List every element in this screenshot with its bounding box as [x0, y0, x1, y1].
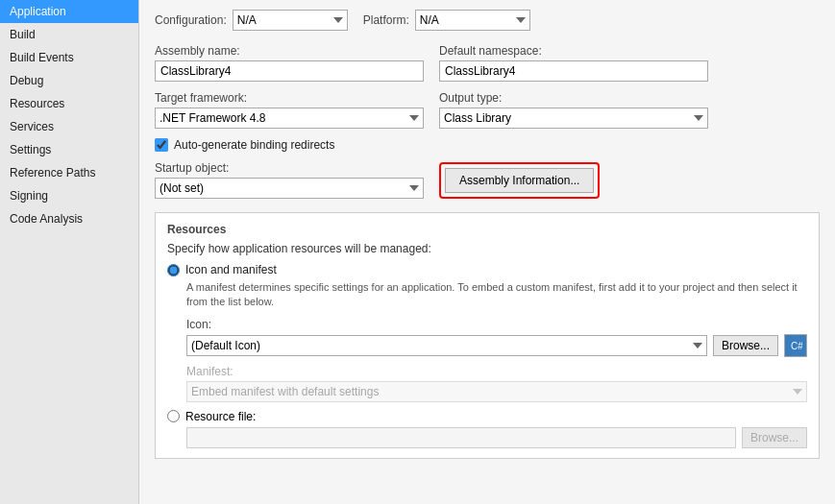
auto-generate-row: Auto-generate binding redirects — [155, 138, 820, 152]
resource-file-radio[interactable] — [167, 410, 180, 422]
sidebar-item-signing[interactable]: Signing — [0, 184, 138, 207]
default-namespace-group: Default namespace: — [439, 44, 708, 82]
platform-group: Platform: N/A — [363, 10, 530, 31]
manifest-label: Manifest: — [186, 365, 807, 378]
icon-select[interactable]: (Default Icon) — [186, 335, 707, 356]
resource-file-browse-button[interactable]: Browse... — [742, 427, 807, 448]
output-type-group: Output type: Class Library Console Appli… — [439, 91, 708, 129]
main-content: Configuration: N/A Platform: N/A Assembl… — [139, 0, 835, 504]
configuration-group: Configuration: N/A — [155, 10, 348, 31]
output-type-select[interactable]: Class Library Console Application Window… — [439, 108, 708, 129]
sidebar-item-build-events[interactable]: Build Events — [0, 46, 138, 69]
sidebar: Application Build Build Events Debug Res… — [0, 0, 139, 504]
default-namespace-input[interactable] — [439, 60, 708, 82]
startup-object-label: Startup object: — [155, 161, 424, 175]
framework-output-row: Target framework: .NET Framework 4.8 Out… — [155, 91, 820, 129]
icon-browse-button[interactable]: Browse... — [713, 335, 778, 356]
resources-description: Specify how application resources will b… — [167, 242, 807, 255]
resource-file-input[interactable] — [186, 427, 736, 448]
icon-label: Icon: — [186, 318, 807, 331]
resource-file-input-row: Browse... — [186, 427, 807, 448]
platform-label: Platform: — [363, 13, 409, 27]
platform-select[interactable]: N/A — [415, 10, 530, 31]
target-framework-group: Target framework: .NET Framework 4.8 — [155, 91, 424, 129]
sidebar-item-code-analysis[interactable]: Code Analysis — [0, 207, 138, 230]
sidebar-item-reference-paths[interactable]: Reference Paths — [0, 161, 138, 184]
icon-row: Icon: (Default Icon) Browse... C# — [186, 318, 807, 357]
assembly-info-wrap: Assembly Information... — [439, 162, 600, 199]
assembly-info-button[interactable]: Assembly Information... — [445, 168, 594, 193]
startup-object-select[interactable]: (Not set) — [155, 178, 424, 199]
configuration-select[interactable]: N/A — [233, 10, 348, 31]
manifest-row: Manifest: Embed manifest with default se… — [186, 365, 807, 402]
resources-section-title: Resources — [167, 223, 807, 236]
manifest-select[interactable]: Embed manifest with default settings — [186, 381, 807, 402]
auto-generate-checkbox[interactable] — [155, 138, 168, 152]
icon-manifest-radio-option: Icon and manifest — [167, 263, 807, 276]
icon-manifest-label: Icon and manifest — [185, 263, 277, 276]
startup-object-group: Startup object: (Not set) — [155, 161, 424, 199]
sidebar-item-resources[interactable]: Resources — [0, 92, 138, 115]
sidebar-item-application[interactable]: Application — [0, 0, 138, 23]
icon-manifest-radio[interactable] — [167, 264, 180, 276]
icon-preview: C# — [784, 334, 807, 357]
target-framework-select[interactable]: .NET Framework 4.8 — [155, 108, 424, 129]
name-namespace-row: Assembly name: Default namespace: — [155, 44, 820, 82]
target-framework-label: Target framework: — [155, 91, 424, 105]
assembly-name-input[interactable] — [155, 60, 424, 82]
configuration-label: Configuration: — [155, 13, 227, 27]
top-bar: Configuration: N/A Platform: N/A — [155, 10, 820, 31]
assembly-info-highlight: Assembly Information... — [439, 162, 600, 199]
output-type-label: Output type: — [439, 91, 708, 105]
auto-generate-label: Auto-generate binding redirects — [174, 138, 334, 152]
startup-row: Startup object: (Not set) Assembly Infor… — [155, 161, 820, 199]
assembly-name-group: Assembly name: — [155, 44, 424, 82]
default-namespace-label: Default namespace: — [439, 44, 708, 58]
sidebar-item-debug[interactable]: Debug — [0, 69, 138, 92]
sidebar-item-services[interactable]: Services — [0, 115, 138, 138]
sidebar-item-build[interactable]: Build — [0, 23, 138, 46]
svg-text:C#: C# — [791, 341, 802, 351]
sidebar-item-settings[interactable]: Settings — [0, 138, 138, 161]
resource-file-radio-option: Resource file: — [167, 410, 807, 423]
icon-preview-svg: C# — [789, 339, 802, 352]
icon-input-row: (Default Icon) Browse... C# — [186, 334, 807, 357]
resources-section: Resources Specify how application resour… — [155, 212, 820, 459]
assembly-name-label: Assembly name: — [155, 44, 424, 58]
resource-file-label: Resource file: — [185, 410, 256, 423]
manifest-description: A manifest determines specific settings … — [186, 280, 807, 310]
